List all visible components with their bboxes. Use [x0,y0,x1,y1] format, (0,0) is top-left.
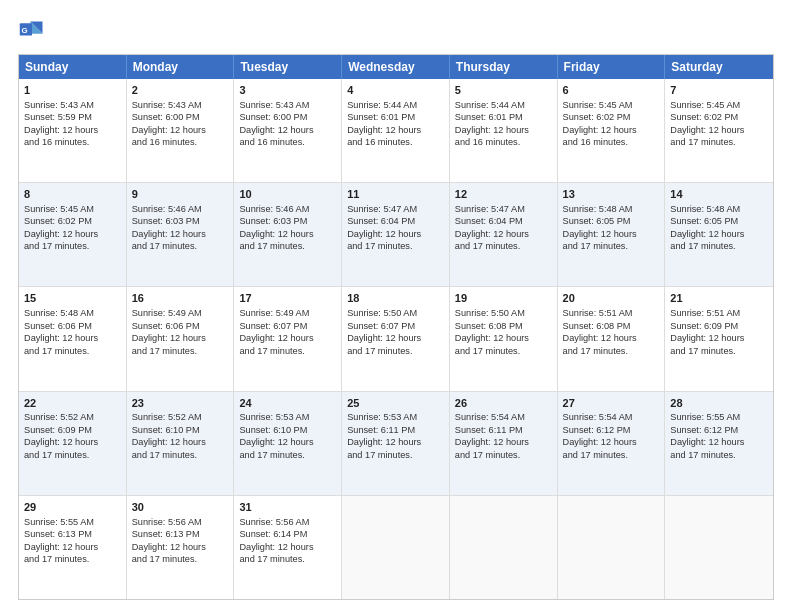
calendar-cell: 1Sunrise: 5:43 AM Sunset: 5:59 PM Daylig… [19,79,127,182]
day-number: 16 [132,291,229,306]
calendar-cell: 27Sunrise: 5:54 AM Sunset: 6:12 PM Dayli… [558,392,666,495]
calendar-cell: 31Sunrise: 5:56 AM Sunset: 6:14 PM Dayli… [234,496,342,599]
day-number: 7 [670,83,768,98]
calendar-cell: 2Sunrise: 5:43 AM Sunset: 6:00 PM Daylig… [127,79,235,182]
day-number: 10 [239,187,336,202]
calendar-cell: 5Sunrise: 5:44 AM Sunset: 6:01 PM Daylig… [450,79,558,182]
day-info: Sunrise: 5:48 AM Sunset: 6:06 PM Dayligh… [24,308,98,355]
day-info: Sunrise: 5:44 AM Sunset: 6:01 PM Dayligh… [455,100,529,147]
day-number: 12 [455,187,552,202]
day-info: Sunrise: 5:47 AM Sunset: 6:04 PM Dayligh… [455,204,529,251]
calendar-cell: 17Sunrise: 5:49 AM Sunset: 6:07 PM Dayli… [234,287,342,390]
day-number: 25 [347,396,444,411]
day-info: Sunrise: 5:47 AM Sunset: 6:04 PM Dayligh… [347,204,421,251]
calendar-row: 29Sunrise: 5:55 AM Sunset: 6:13 PM Dayli… [19,496,773,599]
day-number: 6 [563,83,660,98]
calendar-cell: 22Sunrise: 5:52 AM Sunset: 6:09 PM Dayli… [19,392,127,495]
header: G [18,18,774,46]
day-number: 14 [670,187,768,202]
day-info: Sunrise: 5:49 AM Sunset: 6:06 PM Dayligh… [132,308,206,355]
day-number: 29 [24,500,121,515]
day-info: Sunrise: 5:46 AM Sunset: 6:03 PM Dayligh… [239,204,313,251]
calendar-row: 22Sunrise: 5:52 AM Sunset: 6:09 PM Dayli… [19,392,773,496]
calendar-cell [665,496,773,599]
day-info: Sunrise: 5:43 AM Sunset: 6:00 PM Dayligh… [239,100,313,147]
day-info: Sunrise: 5:51 AM Sunset: 6:08 PM Dayligh… [563,308,637,355]
day-number: 5 [455,83,552,98]
calendar-cell [558,496,666,599]
page: G SundayMondayTuesdayWednesdayThursdayFr… [0,0,792,612]
calendar-cell: 23Sunrise: 5:52 AM Sunset: 6:10 PM Dayli… [127,392,235,495]
calendar-cell: 28Sunrise: 5:55 AM Sunset: 6:12 PM Dayli… [665,392,773,495]
day-number: 2 [132,83,229,98]
calendar-cell: 7Sunrise: 5:45 AM Sunset: 6:02 PM Daylig… [665,79,773,182]
day-info: Sunrise: 5:46 AM Sunset: 6:03 PM Dayligh… [132,204,206,251]
calendar-header-cell: Tuesday [234,55,342,79]
day-info: Sunrise: 5:55 AM Sunset: 6:13 PM Dayligh… [24,517,98,564]
day-number: 19 [455,291,552,306]
calendar-header-cell: Wednesday [342,55,450,79]
day-number: 15 [24,291,121,306]
calendar-cell: 19Sunrise: 5:50 AM Sunset: 6:08 PM Dayli… [450,287,558,390]
day-number: 30 [132,500,229,515]
calendar-row: 1Sunrise: 5:43 AM Sunset: 5:59 PM Daylig… [19,79,773,183]
day-number: 3 [239,83,336,98]
calendar-cell: 11Sunrise: 5:47 AM Sunset: 6:04 PM Dayli… [342,183,450,286]
day-number: 23 [132,396,229,411]
calendar-cell: 8Sunrise: 5:45 AM Sunset: 6:02 PM Daylig… [19,183,127,286]
day-info: Sunrise: 5:53 AM Sunset: 6:11 PM Dayligh… [347,412,421,459]
calendar-row: 8Sunrise: 5:45 AM Sunset: 6:02 PM Daylig… [19,183,773,287]
calendar-cell: 14Sunrise: 5:48 AM Sunset: 6:05 PM Dayli… [665,183,773,286]
day-info: Sunrise: 5:43 AM Sunset: 6:00 PM Dayligh… [132,100,206,147]
calendar-cell: 21Sunrise: 5:51 AM Sunset: 6:09 PM Dayli… [665,287,773,390]
calendar-cell: 30Sunrise: 5:56 AM Sunset: 6:13 PM Dayli… [127,496,235,599]
calendar-cell: 16Sunrise: 5:49 AM Sunset: 6:06 PM Dayli… [127,287,235,390]
calendar-cell: 4Sunrise: 5:44 AM Sunset: 6:01 PM Daylig… [342,79,450,182]
day-number: 20 [563,291,660,306]
calendar-cell: 13Sunrise: 5:48 AM Sunset: 6:05 PM Dayli… [558,183,666,286]
calendar-row: 15Sunrise: 5:48 AM Sunset: 6:06 PM Dayli… [19,287,773,391]
calendar-cell: 25Sunrise: 5:53 AM Sunset: 6:11 PM Dayli… [342,392,450,495]
calendar: SundayMondayTuesdayWednesdayThursdayFrid… [18,54,774,600]
calendar-cell [450,496,558,599]
day-info: Sunrise: 5:44 AM Sunset: 6:01 PM Dayligh… [347,100,421,147]
calendar-header-cell: Thursday [450,55,558,79]
day-info: Sunrise: 5:55 AM Sunset: 6:12 PM Dayligh… [670,412,744,459]
day-info: Sunrise: 5:50 AM Sunset: 6:07 PM Dayligh… [347,308,421,355]
day-number: 9 [132,187,229,202]
day-number: 21 [670,291,768,306]
calendar-header-cell: Sunday [19,55,127,79]
calendar-header-cell: Monday [127,55,235,79]
day-number: 27 [563,396,660,411]
day-info: Sunrise: 5:53 AM Sunset: 6:10 PM Dayligh… [239,412,313,459]
day-number: 11 [347,187,444,202]
calendar-body: 1Sunrise: 5:43 AM Sunset: 5:59 PM Daylig… [19,79,773,599]
day-number: 4 [347,83,444,98]
day-number: 8 [24,187,121,202]
day-info: Sunrise: 5:45 AM Sunset: 6:02 PM Dayligh… [24,204,98,251]
day-number: 28 [670,396,768,411]
calendar-cell: 3Sunrise: 5:43 AM Sunset: 6:00 PM Daylig… [234,79,342,182]
day-number: 1 [24,83,121,98]
day-info: Sunrise: 5:45 AM Sunset: 6:02 PM Dayligh… [563,100,637,147]
logo: G [18,18,50,46]
calendar-header: SundayMondayTuesdayWednesdayThursdayFrid… [19,55,773,79]
day-info: Sunrise: 5:48 AM Sunset: 6:05 PM Dayligh… [670,204,744,251]
day-info: Sunrise: 5:54 AM Sunset: 6:11 PM Dayligh… [455,412,529,459]
day-info: Sunrise: 5:52 AM Sunset: 6:10 PM Dayligh… [132,412,206,459]
day-info: Sunrise: 5:51 AM Sunset: 6:09 PM Dayligh… [670,308,744,355]
day-number: 26 [455,396,552,411]
calendar-cell: 29Sunrise: 5:55 AM Sunset: 6:13 PM Dayli… [19,496,127,599]
day-number: 31 [239,500,336,515]
day-info: Sunrise: 5:43 AM Sunset: 5:59 PM Dayligh… [24,100,98,147]
logo-icon: G [18,18,46,46]
calendar-cell: 10Sunrise: 5:46 AM Sunset: 6:03 PM Dayli… [234,183,342,286]
calendar-header-cell: Friday [558,55,666,79]
day-number: 17 [239,291,336,306]
svg-text:G: G [22,26,28,35]
calendar-cell: 24Sunrise: 5:53 AM Sunset: 6:10 PM Dayli… [234,392,342,495]
day-info: Sunrise: 5:45 AM Sunset: 6:02 PM Dayligh… [670,100,744,147]
calendar-cell: 26Sunrise: 5:54 AM Sunset: 6:11 PM Dayli… [450,392,558,495]
day-number: 13 [563,187,660,202]
calendar-cell: 12Sunrise: 5:47 AM Sunset: 6:04 PM Dayli… [450,183,558,286]
